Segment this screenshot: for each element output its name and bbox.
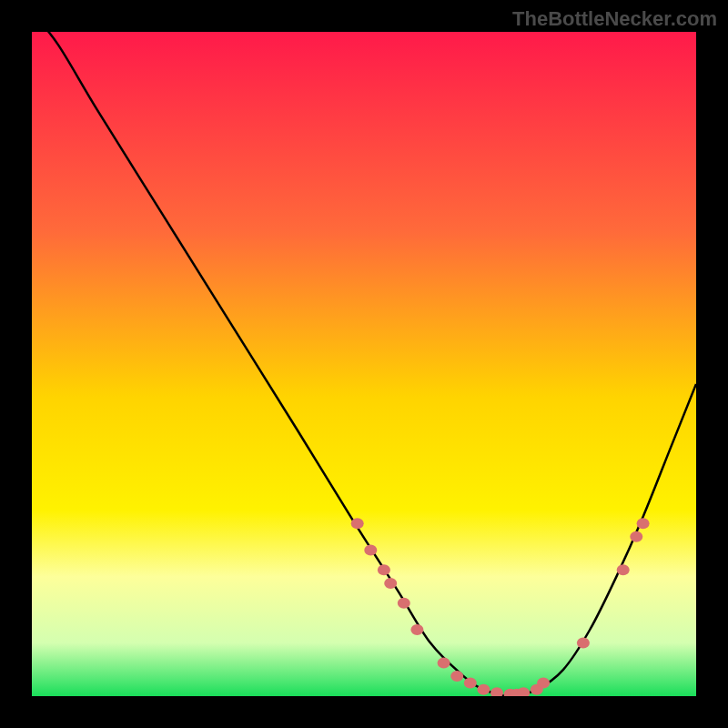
data-point bbox=[364, 544, 377, 555]
data-point bbox=[464, 677, 477, 688]
data-point bbox=[577, 638, 590, 649]
data-point bbox=[438, 658, 450, 669]
curve-layer bbox=[32, 32, 696, 696]
data-point bbox=[617, 564, 630, 575]
data-point bbox=[477, 684, 490, 695]
data-point bbox=[384, 578, 397, 589]
watermark-text: TheBottleNecker.com bbox=[512, 7, 717, 31]
data-point bbox=[378, 564, 390, 575]
chart-plot-area bbox=[32, 32, 696, 696]
data-point bbox=[490, 687, 503, 696]
bottleneck-curve bbox=[32, 32, 696, 696]
data-point bbox=[398, 598, 410, 609]
data-point bbox=[450, 671, 463, 682]
data-point bbox=[537, 677, 550, 688]
data-point bbox=[630, 531, 642, 542]
data-point bbox=[637, 518, 650, 529]
data-point bbox=[410, 624, 423, 635]
data-point bbox=[517, 687, 530, 696]
marker-group bbox=[351, 518, 650, 696]
data-point bbox=[351, 518, 364, 529]
